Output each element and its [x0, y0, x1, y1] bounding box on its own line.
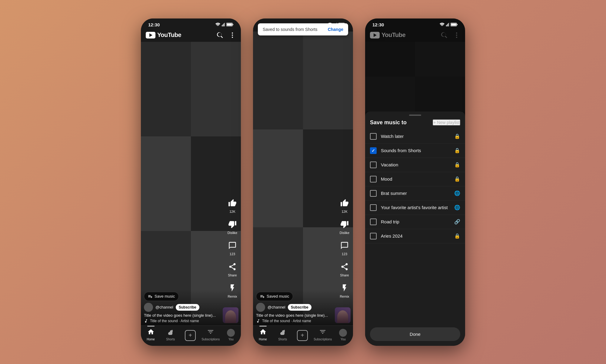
dislike-action-2[interactable]: Dislike [338, 218, 351, 235]
like-action[interactable]: 12K [226, 197, 238, 213]
checkbox-watch-later[interactable] [370, 133, 377, 140]
nav-home-2[interactable]: Home [255, 328, 271, 341]
video-bottom-1: Save music @channel Subscribe Title of t… [141, 289, 241, 326]
create-icon-2: + [297, 330, 308, 341]
youtube-logo-icon-3 [370, 32, 380, 38]
wifi-icon-3 [440, 23, 445, 26]
svg-rect-1 [223, 24, 223, 26]
channel-avatar-1[interactable] [144, 303, 153, 312]
lock-icon-aries-2024: 🔒 [454, 233, 460, 239]
svg-rect-6 [227, 24, 232, 26]
remix-icon-2 [338, 282, 351, 294]
channel-avatar-2[interactable] [256, 303, 265, 312]
lock-icon-sounds-from-shorts: 🔒 [454, 148, 460, 153]
video-title-1: Title of the video goes here (single lin… [144, 313, 238, 318]
like-icon-2 [338, 197, 351, 209]
dislike-action[interactable]: Dislike [226, 218, 238, 235]
checkbox-sounds-from-shorts[interactable] [370, 147, 377, 154]
yt-logo-text: YouTube [157, 32, 181, 38]
remix-action[interactable]: Remix [226, 282, 238, 298]
like-action-2[interactable]: 12K [338, 197, 351, 213]
nav-shorts-1[interactable]: Shorts [162, 328, 179, 341]
you-avatar-2 [339, 329, 347, 337]
subscribe-button-1[interactable]: Subscribe [176, 304, 199, 311]
toast-action-button[interactable]: Change [328, 27, 343, 32]
nav-create-2[interactable]: + [294, 330, 311, 341]
you-label-1: You [228, 338, 234, 341]
home-icon-1 [147, 328, 155, 337]
signal-icon [222, 23, 225, 26]
yt-logo-text-3: YouTube [381, 32, 405, 38]
done-button[interactable]: Done [370, 327, 460, 341]
comment-action[interactable]: 123 [226, 239, 238, 256]
lock-icon-vacation: 🔒 [454, 162, 460, 168]
new-playlist-button[interactable]: + New playlist [433, 119, 460, 125]
checkbox-aries-2024[interactable] [370, 233, 377, 239]
yt-logo-1[interactable]: YouTube [146, 32, 181, 38]
comment-count-2: 123 [342, 252, 347, 256]
status-bar-3: 12:30 [365, 18, 465, 29]
home-label-1: Home [147, 338, 155, 341]
playlist-item-mood[interactable]: Mood 🔒 [365, 172, 465, 186]
playlist-name-fav-artist: Your favorite artist's favorite artist [381, 205, 450, 210]
yt-header-1: YouTube [141, 29, 241, 42]
panel-title: Save music to [370, 119, 407, 126]
save-music-icon [148, 294, 153, 299]
globe-icon-brat-summer: 🌐 [454, 190, 460, 196]
nav-you-2[interactable]: You [335, 329, 351, 341]
svg-point-24 [456, 32, 457, 34]
dislike-icon [226, 218, 238, 230]
playlist-item-brat-summer[interactable]: Brat summer 🌐 [365, 186, 465, 201]
svg-rect-22 [457, 24, 458, 25]
playlist-name-vacation: Vacation [381, 162, 450, 167]
remix-action-2[interactable]: Remix [338, 282, 351, 298]
playlist-item-vacation[interactable]: Vacation 🔒 [365, 158, 465, 172]
save-music-label: Save music [155, 294, 175, 299]
subscribe-button-2[interactable]: Subscribe [288, 304, 311, 311]
nav-shorts-2[interactable]: Shorts [274, 328, 291, 341]
comment-count: 123 [230, 252, 235, 256]
svg-rect-18 [447, 24, 448, 26]
video-grid-1: 12K Dislike 123 Share [141, 42, 241, 326]
svg-rect-3 [225, 23, 225, 26]
share-action-2[interactable]: Share [338, 261, 351, 277]
shorts-label-2: Shorts [278, 338, 287, 341]
nav-you-1[interactable]: You [222, 329, 239, 341]
youtube-logo-icon [146, 32, 155, 38]
nav-home-1[interactable]: Home [142, 328, 159, 341]
yt-header-icons-1 [217, 32, 236, 39]
playlist-item-fav-artist[interactable]: Your favorite artist's favorite artist 🌐 [365, 201, 465, 215]
playlist-name-mood: Mood [381, 176, 450, 182]
playlist-item-road-trip[interactable]: Road trip 🔗 [365, 215, 465, 229]
channel-row-2: @channel Subscribe [256, 303, 350, 312]
more-icon[interactable] [229, 32, 236, 39]
checkbox-vacation[interactable] [370, 162, 377, 168]
share-icon-2 [338, 261, 351, 273]
checkbox-road-trip[interactable] [370, 219, 377, 225]
subscriptions-icon-1 [207, 328, 214, 337]
comment-action-2[interactable]: 123 [338, 239, 351, 256]
save-music-panel: Save music to + New playlist Watch later… [365, 112, 465, 346]
saved-music-button[interactable]: Saved music [256, 292, 293, 301]
checkbox-fav-artist[interactable] [370, 204, 377, 211]
playlist-list: Watch later 🔒 Sounds from Shorts 🔒 Vacat… [365, 129, 465, 324]
svg-rect-2 [224, 23, 224, 26]
playlist-item-sounds-from-shorts[interactable]: Sounds from Shorts 🔒 [365, 144, 465, 158]
nav-subscriptions-1[interactable]: Subscriptions [201, 328, 220, 341]
phone-3: 12:30 YouTube Save music to + New playli… [365, 18, 465, 346]
yt-header-icons-3 [441, 32, 460, 39]
comment-icon-2 [338, 239, 351, 252]
svg-point-26 [456, 37, 457, 38]
channel-row-1: @channel Subscribe [144, 303, 238, 312]
share-action[interactable]: Share [226, 261, 238, 277]
remix-label: Remix [228, 295, 237, 298]
save-music-button[interactable]: Save music [144, 292, 179, 301]
nav-create-1[interactable]: + [182, 330, 199, 341]
search-icon[interactable] [217, 32, 224, 39]
playlist-item-watch-later[interactable]: Watch later 🔒 [365, 129, 465, 144]
music-note-icon-2 [256, 319, 260, 323]
checkbox-brat-summer[interactable] [370, 190, 377, 197]
checkbox-mood[interactable] [370, 176, 377, 182]
playlist-item-aries-2024[interactable]: Aries 2024 🔒 [365, 229, 465, 243]
nav-subscriptions-2[interactable]: Subscriptions [314, 328, 332, 341]
